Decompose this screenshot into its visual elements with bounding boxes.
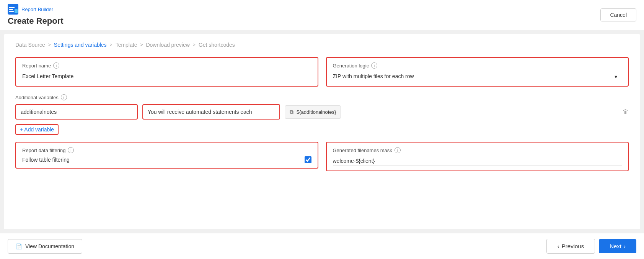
report-name-input[interactable] [22, 72, 311, 81]
logo-row: Report Builder [8, 4, 63, 15]
breadcrumb-template[interactable]: Template [116, 42, 137, 48]
additional-variables-info-icon[interactable]: i [61, 94, 67, 100]
generation-logic-select[interactable]: ZIP with multiple files for each row [333, 72, 622, 81]
view-docs-button[interactable]: 📄 View Documentation [8, 239, 82, 254]
doc-icon: 📄 [16, 243, 22, 249]
next-button[interactable]: Next › [599, 239, 636, 253]
variables-row: ⧉ ${additionalnotes} 🗑 [15, 104, 629, 120]
generation-logic-select-wrapper: ZIP with multiple files for each row ▾ [333, 72, 622, 81]
copy-icon[interactable]: ⧉ [290, 109, 293, 115]
shortcode-display: ⧉ ${additionalnotes} [285, 105, 341, 119]
report-data-filtering-group: Report data filtering i Follow table fil… [15, 142, 318, 171]
generated-filenames-info-icon[interactable]: i [395, 147, 401, 153]
variable-value-input[interactable] [142, 104, 280, 120]
report-data-filtering-label: Report data filtering i [22, 147, 311, 153]
chevron-left-icon: ‹ [558, 243, 559, 249]
filenames-mask-input[interactable] [333, 156, 622, 166]
logo-text: Report Builder [21, 7, 53, 12]
svg-rect-3 [9, 11, 14, 12]
breadcrumb-get-shortcodes[interactable]: Get shortcodes [199, 42, 235, 48]
breadcrumb: Data Source > Settings and variables > T… [15, 42, 629, 48]
breadcrumb-sep-4: > [193, 42, 196, 48]
report-name-box: Report name i [15, 57, 318, 87]
chevron-right-icon: › [624, 243, 626, 249]
svg-rect-1 [9, 7, 15, 8]
previous-button[interactable]: ‹ Previous [546, 239, 595, 254]
main-content: Data Source > Settings and variables > T… [4, 34, 640, 229]
add-variable-button[interactable]: + Add variable [15, 124, 59, 135]
breadcrumb-sep-3: > [140, 42, 143, 48]
report-name-label: Report name i [22, 62, 311, 69]
svg-rect-4 [15, 9, 18, 13]
generation-logic-group: Generation logic i ZIP with multiple fil… [326, 57, 629, 87]
footer-right: ‹ Previous Next › [546, 239, 636, 254]
report-data-filtering-info-icon[interactable]: i [68, 147, 74, 153]
breadcrumb-sep-1: > [48, 42, 51, 48]
shortcode-text: ${additionalnotes} [297, 109, 336, 115]
svg-rect-2 [9, 9, 13, 10]
follow-table-filtering-checkbox[interactable] [305, 156, 311, 163]
generated-filenames-group: Generated filenames mask i [326, 142, 629, 171]
generated-filenames-box: Generated filenames mask i [326, 142, 629, 171]
breadcrumb-data-source[interactable]: Data Source [15, 42, 45, 48]
generated-filenames-label: Generated filenames mask i [333, 147, 622, 153]
breadcrumb-settings[interactable]: Settings and variables [54, 42, 107, 48]
filter-row: Follow table filtering [22, 156, 311, 163]
breadcrumb-download-preview[interactable]: Download preview [146, 42, 189, 48]
report-name-group: Report name i [15, 57, 318, 87]
page-title: Create Report [8, 16, 63, 26]
footer: 📄 View Documentation ‹ Previous Next › [0, 233, 644, 259]
delete-variable-icon[interactable]: 🗑 [623, 108, 629, 115]
additional-variables-label: Additional variables i [15, 94, 629, 100]
header-left: Report Builder Create Report [8, 4, 63, 26]
report-name-info-icon[interactable]: i [53, 62, 59, 69]
report-data-filtering-box: Report data filtering i Follow table fil… [15, 142, 318, 169]
generation-logic-label: Generation logic i [333, 62, 622, 69]
variable-name-input[interactable] [15, 104, 138, 120]
cancel-button[interactable]: Cancel [600, 8, 636, 21]
logo-icon [8, 4, 18, 15]
header: Report Builder Create Report Cancel [0, 0, 644, 30]
breadcrumb-sep-2: > [110, 42, 112, 48]
generation-logic-info-icon[interactable]: i [371, 62, 377, 69]
generation-logic-box: Generation logic i ZIP with multiple fil… [326, 57, 629, 87]
bottom-row: Report data filtering i Follow table fil… [15, 142, 629, 171]
follow-table-filtering-label: Follow table filtering [22, 157, 70, 163]
